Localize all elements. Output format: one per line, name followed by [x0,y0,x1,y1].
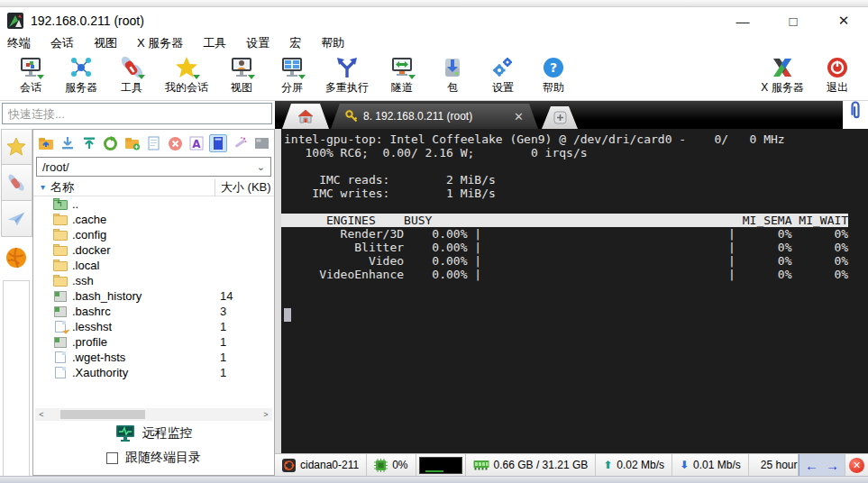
scroll-left-arrow[interactable]: < [35,410,48,419]
menu-macro[interactable]: 宏 [289,35,301,51]
back-arrow-button[interactable]: ← [805,458,818,473]
toolbar-xserver-button[interactable]: X 服务器 [753,56,812,96]
toolbar-xserver-label: X 服务器 [761,80,803,96]
checkbox-unchecked[interactable] [106,452,118,464]
maximize-button[interactable]: □ [783,14,803,29]
scrollbar-thumb[interactable] [60,410,145,419]
toolbar: 会话 服务器 工具 我的会话 视图 分屏 [0,52,868,101]
column-size-label: 大小 (KB) [215,179,274,196]
file-row[interactable]: ↰.. [33,196,274,212]
file-row[interactable]: .cache [33,212,274,227]
forward-arrow-button[interactable]: → [826,458,839,473]
toolbar-tunnel-button[interactable]: 隧道 [377,56,427,96]
status-close-button[interactable]: ✕ [849,458,864,473]
file-row[interactable]: .wget-hsts1 [33,350,274,365]
toolbar-exit-button[interactable]: 退出 [812,56,863,96]
status-download: ⬇ 0.01 Mb/s [672,454,749,476]
horizontal-scrollbar[interactable]: < > [35,408,272,421]
toolbar-multi-exec-button[interactable]: 多重执行 [317,56,377,96]
new-folder-icon[interactable] [123,134,142,152]
file-row[interactable]: .Xauthority1 [33,365,274,380]
menu-session[interactable]: 会话 [50,35,74,51]
toolbar-view-button[interactable]: 视图 [216,56,267,96]
file-row[interactable]: .lesshst1 [33,319,274,334]
tab-close-icon[interactable]: ✕ [514,110,524,123]
file-browser-panel: A /root/ ⌄ ▾名称 大小 (KB) ↰.. .cache .confi… [32,129,275,476]
refresh-icon[interactable] [102,134,120,152]
paper-plane-icon [6,209,26,229]
new-file-icon[interactable] [145,134,163,152]
scroll-right-arrow[interactable]: > [260,410,272,419]
menu-help[interactable]: 帮助 [321,35,344,51]
close-button[interactable]: ✕ [834,13,854,29]
file-row[interactable]: .bash_history14 [33,288,274,304]
svg-text:A: A [193,138,202,150]
tab-label: 8. 192.168.0.211 (root) [363,110,472,123]
send-plane-button[interactable] [1,201,32,237]
toolbar-split-button[interactable]: 分屏 [267,56,317,96]
status-nav-buttons: ← → [799,454,845,476]
terminal-area: 8. 192.168.0.211 (root) ✕ intel-gpu-top:… [275,101,868,476]
activity-graph [419,457,462,474]
follow-terminal-checkbox-row[interactable]: 跟随终端目录 [33,446,274,469]
favorites-star-button[interactable] [1,129,32,165]
menu-tools[interactable]: 工具 [203,35,226,51]
toolbar-package-button[interactable]: 包 [427,56,478,96]
download-icon[interactable] [59,134,77,152]
menu-settings[interactable]: 设置 [246,35,270,51]
menu-terminal[interactable]: 终端 [7,35,31,51]
file-icon [53,351,68,363]
minimize-button[interactable]: — [733,14,753,29]
upload-icon[interactable] [80,134,98,152]
sort-descending-icon: ▾ [41,182,45,192]
new-tab-button[interactable] [542,106,578,129]
terminal-line [281,159,868,173]
toolbar-session-button[interactable]: 会话 [5,56,56,96]
menu-xserver[interactable]: X 服务器 [137,35,183,51]
file-row[interactable]: .bashrc3 [33,304,274,319]
tab-active-session[interactable]: 8. 192.168.0.211 (root) ✕ [331,104,538,129]
terminal-line [281,200,868,214]
terminal-line: Video 0.00% | | 0% 0% [281,254,868,268]
file-row[interactable]: .ssh [33,273,274,288]
toolbar-servers-button[interactable]: 服务器 [56,56,106,96]
remote-monitor-button[interactable]: 远程监控 [33,421,274,446]
file-row[interactable]: .profile1 [33,334,274,350]
toolbar-help-label: 帮助 [543,80,564,96]
terminal-sync-icon[interactable] [209,134,227,152]
remote-monitor-icon [115,424,135,442]
file-row[interactable]: .docker [33,242,274,258]
status-cpu: 0% [367,454,416,476]
session-monitor-icon [19,56,42,79]
file-row[interactable]: .local [33,258,274,273]
delete-icon[interactable] [166,134,184,152]
ubuntu-icon [282,459,296,472]
toolbar-settings-button[interactable]: 设置 [478,56,528,96]
split-screen-icon [280,56,304,79]
attach-corner[interactable] [843,101,868,129]
file-row[interactable]: .config [33,227,274,242]
toolbar-exit-label: 退出 [827,80,848,96]
home-icon [297,109,314,123]
package-box-icon [441,56,464,79]
path-dropdown[interactable]: /root/ ⌄ [36,157,271,177]
tools-rail-button[interactable] [1,165,32,201]
toolbar-tools-button[interactable]: 工具 [106,56,157,96]
power-icon [826,56,849,79]
terminal-line: intel-gpu-top: Intel Coffeelake (Gen9) @… [281,132,868,146]
font-edit-icon[interactable]: A [187,134,206,152]
quick-connect-input[interactable] [2,103,272,124]
status-memory: 0.66 GB / 31.21 GB [466,454,597,476]
home-tab[interactable] [282,104,329,129]
status-bar: cidana0-211 0% 0.66 GB / 31.21 GB ⬆ 0.02… [275,453,868,476]
magic-wand-icon[interactable] [231,134,249,152]
menu-view[interactable]: 视图 [94,35,117,51]
toolbar-help-button[interactable]: ? 帮助 [528,56,579,96]
globe-icon[interactable] [5,246,28,269]
file-list-header[interactable]: ▾名称 大小 (KB) [33,178,274,196]
terminal-screen[interactable]: intel-gpu-top: Intel Coffeelake (Gen9) @… [275,129,868,453]
terminal-scrollbar[interactable] [275,129,281,453]
toolbar-my-sessions-button[interactable]: 我的会话 [157,56,216,96]
go-up-folder-icon[interactable] [37,134,55,152]
screen-icon[interactable] [252,134,270,152]
